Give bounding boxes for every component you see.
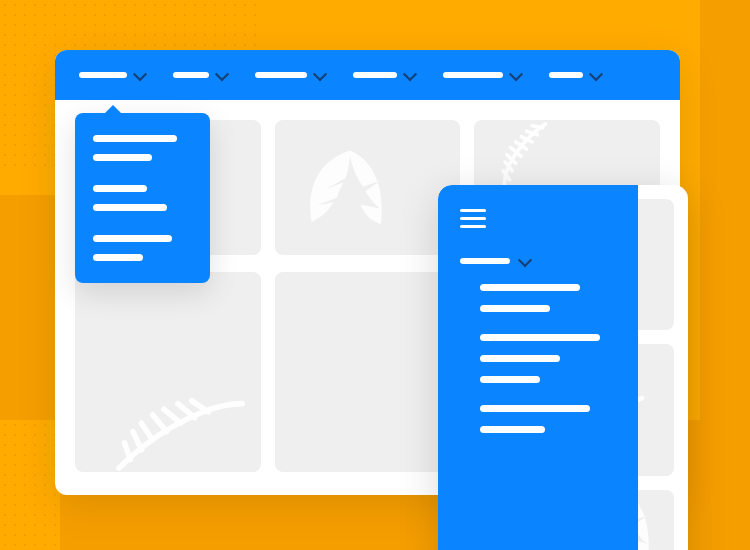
nav-item-1[interactable]: [79, 72, 145, 78]
mobile-submenu-group: [460, 334, 616, 383]
nav-label: [353, 72, 397, 78]
desktop-dropdown-menu: [75, 113, 210, 283]
dropdown-item[interactable]: [93, 235, 172, 242]
chevron-down-icon: [511, 72, 521, 78]
bg-block-right: [700, 0, 750, 420]
dropdown-item[interactable]: [93, 185, 147, 192]
content-card[interactable]: [275, 120, 461, 255]
dropdown-group: [93, 135, 192, 161]
chevron-down-icon: [135, 72, 145, 78]
dropdown-item[interactable]: [93, 254, 143, 261]
nav-item-2[interactable]: [173, 72, 227, 78]
nav-label: [79, 72, 127, 78]
mobile-window: [438, 185, 688, 550]
submenu-item[interactable]: [480, 334, 600, 341]
submenu-item[interactable]: [480, 305, 550, 312]
chevron-down-icon: [315, 72, 325, 78]
content-card[interactable]: [275, 272, 461, 472]
nav-label: [443, 72, 503, 78]
content-card[interactable]: [75, 272, 261, 472]
nav-label: [255, 72, 307, 78]
mobile-submenu-group: [460, 284, 616, 312]
bg-dots-bottom-left: [0, 420, 60, 550]
hamburger-icon[interactable]: [460, 209, 486, 228]
chevron-down-icon: [217, 72, 227, 78]
submenu-item[interactable]: [480, 405, 590, 412]
mobile-nav-item[interactable]: [460, 258, 616, 264]
desktop-navbar: [55, 50, 680, 100]
nav-item-5[interactable]: [443, 72, 521, 78]
nav-item-4[interactable]: [353, 72, 415, 78]
mobile-submenu-group: [460, 405, 616, 433]
submenu-item[interactable]: [480, 376, 540, 383]
dropdown-group: [93, 185, 192, 211]
dropdown-item[interactable]: [93, 135, 177, 142]
submenu-item[interactable]: [480, 284, 580, 291]
submenu-item[interactable]: [480, 355, 560, 362]
chevron-down-icon: [591, 72, 601, 78]
nav-label: [173, 72, 209, 78]
chevron-down-icon: [405, 72, 415, 78]
submenu-item[interactable]: [480, 426, 545, 433]
nav-label: [460, 258, 510, 264]
mobile-drawer-menu: [438, 185, 638, 550]
nav-item-3[interactable]: [255, 72, 325, 78]
leaf-icon: [295, 145, 405, 255]
dropdown-item[interactable]: [93, 154, 152, 161]
nav-item-6[interactable]: [549, 72, 601, 78]
dropdown-item[interactable]: [93, 204, 167, 211]
dropdown-group: [93, 235, 192, 261]
fern-icon: [105, 342, 245, 472]
chevron-down-icon: [520, 258, 530, 264]
nav-label: [549, 72, 583, 78]
